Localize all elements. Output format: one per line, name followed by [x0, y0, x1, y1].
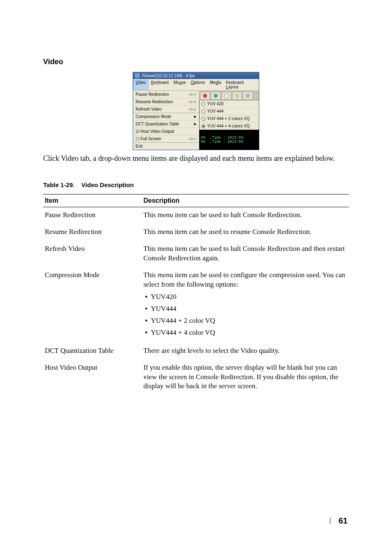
list-item: YUV420 — [143, 291, 347, 303]
submenu-item-yuv-444[interactable]: YUV 444 — [200, 108, 259, 115]
table-row: Resume RedirectionThis menu item can be … — [43, 224, 349, 241]
menu-item-pause-redirection[interactable]: Pause RedirectionAlt-P — [133, 91, 199, 98]
table-number: Table 1-29. — [43, 181, 74, 188]
description-cell: This menu item can be used to halt Conso… — [142, 241, 349, 267]
menu-video[interactable]: Video — [133, 80, 148, 90]
menubar: VideoKeyboardMouseOptionsMediaKeyboard L… — [133, 79, 259, 91]
description-cell: This menu item can be used to resume Con… — [142, 224, 349, 241]
options-list: YUV420YUV444YUV444 + 2 color VQYUV444 + … — [143, 291, 347, 339]
video-dropdown-menu: Pause RedirectionAlt-PResume Redirection… — [133, 91, 199, 150]
item-cell: DCT Quantization Table — [43, 343, 142, 360]
submenu-item-yuv-444-plus-4-colors-vq[interactable]: YUV 444 + 4 colors VQ — [200, 123, 259, 130]
menu-item-full-screen[interactable]: ☐ Full ScreenAlt-F — [133, 135, 199, 143]
table-row: Compression ModeThis menu item can be us… — [43, 267, 349, 343]
list-item: YUV444 + 2 color VQ — [143, 315, 347, 327]
submenu-item-yuv-444-plus-2-colors-vq[interactable]: YUV 444 + 2 colors VQ — [200, 115, 259, 123]
page-footer: 61 — [330, 516, 348, 526]
menu-item-refresh-video[interactable]: Refresh VideoAlt-E — [133, 106, 199, 113]
page-number: 61 — [339, 516, 348, 526]
item-cell: Compression Mode — [43, 267, 142, 343]
menu-item-dct-quantization-table[interactable]: DCT Quantization Table▶ — [133, 120, 199, 128]
table-title: Video Description — [81, 181, 134, 188]
item-cell: Pause Redirection — [43, 207, 142, 224]
description-cell: This menu item can be used to configure … — [142, 267, 349, 343]
list-item: YUV444 + 4 color VQ — [143, 327, 347, 339]
intro-paragraph: Click Video tab, a drop-down menu items … — [43, 153, 349, 163]
menu-item-resume-redirection[interactable]: Resume RedirectionAlt-R — [133, 98, 199, 106]
menu-mouse[interactable]: Mouse — [171, 80, 188, 90]
description-cell: This menu item can be used to halt Conso… — [142, 207, 349, 224]
section-heading: Video — [43, 58, 349, 66]
keyboard-button[interactable] — [221, 92, 231, 100]
screenshot-container: JViewer[10.10.12.189] - 8 fps VideoKeybo… — [43, 72, 349, 150]
submenu-item-yuv-420[interactable]: YUV 420 — [200, 100, 259, 108]
item-cell: Refresh Video — [43, 241, 142, 267]
description-cell: There are eight levels to select the Vid… — [142, 343, 349, 360]
console-text-bottom: 05 ,Time : 2013-08- 06 ,Time : 2013-08- — [199, 135, 259, 146]
window-title: JViewer[10.10.12.189] - 8 fps — [141, 74, 195, 78]
table-row: DCT Quantization TableThere are eight le… — [43, 343, 349, 360]
window-icon — [135, 73, 140, 78]
menu-options[interactable]: Options — [188, 80, 207, 90]
item-cell: Host Video Output — [43, 360, 142, 396]
compression-submenu: YUV 420YUV 444YUV 444 + 2 colors VQYUV 4… — [199, 100, 259, 130]
table-caption: Table 1-29. Video Description — [43, 181, 349, 188]
console-pane: 07 ,Time : 2013-08- 08 ,Time : 2013-08- … — [199, 91, 259, 150]
jviewer-window: JViewer[10.10.12.189] - 8 fps VideoKeybo… — [133, 72, 259, 150]
table-row: Host Video OutputIf you enable this opti… — [43, 360, 349, 396]
col-header-description: Description — [142, 195, 349, 207]
table-row: Refresh VideoThis menu item can be used … — [43, 241, 349, 267]
menu-keyboard-layout[interactable]: Keyboard Layout — [224, 80, 259, 90]
menu-item-compression-mode[interactable]: Compression Mode▶ — [133, 113, 199, 120]
description-cell: If you enable this option, the server di… — [142, 360, 349, 396]
menu-keyboard[interactable]: Keyboard — [148, 80, 171, 90]
hotkey-button[interactable] — [232, 92, 242, 100]
table-row: Pause RedirectionThis menu item can be u… — [43, 207, 349, 224]
window-titlebar: JViewer[10.10.12.189] - 8 fps — [133, 72, 259, 79]
lock-button[interactable] — [243, 92, 253, 100]
col-header-item: Item — [43, 195, 142, 207]
menu-media[interactable]: Media — [208, 80, 224, 90]
list-item: YUV444 — [143, 303, 347, 315]
menu-item-host-video-output[interactable]: ☑ Host Video Output — [133, 128, 199, 135]
footer-divider — [330, 518, 330, 524]
video-description-table: Item Description Pause RedirectionThis m… — [43, 194, 349, 395]
item-cell: Resume Redirection — [43, 224, 142, 241]
record-button[interactable] — [200, 92, 210, 100]
play-button[interactable] — [211, 92, 221, 100]
menu-item-exit[interactable]: Exit — [133, 143, 199, 150]
